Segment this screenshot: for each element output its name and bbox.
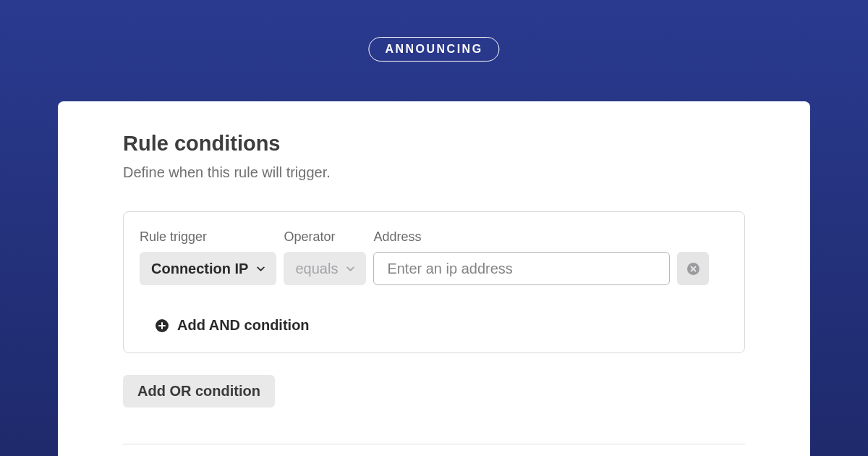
condition-row: Rule trigger Connection IP Operator equa… — [140, 229, 728, 285]
plus-circle-icon — [156, 319, 169, 332]
remove-condition-button[interactable] — [677, 252, 709, 285]
address-field: Address — [373, 229, 670, 285]
add-and-condition-button[interactable]: Add AND condition — [156, 317, 310, 334]
rule-trigger-select[interactable]: Connection IP — [140, 252, 276, 285]
chevron-down-icon — [346, 266, 354, 271]
announcing-badge-text: ANNOUNCING — [385, 43, 482, 55]
close-circle-icon — [687, 263, 699, 275]
add-or-label: Add OR condition — [137, 383, 260, 399]
address-label: Address — [373, 229, 670, 245]
operator-value: equals — [295, 261, 338, 277]
announcing-badge: ANNOUNCING — [368, 37, 499, 62]
divider — [123, 444, 745, 444]
page-subtitle: Define when this rule will trigger. — [123, 164, 745, 181]
address-input[interactable] — [373, 252, 670, 285]
page-title: Rule conditions — [123, 132, 745, 156]
rule-conditions-card: Rule conditions Define when this rule wi… — [58, 101, 810, 456]
rule-trigger-value: Connection IP — [151, 261, 248, 277]
operator-label: Operator — [284, 229, 366, 245]
condition-group: Rule trigger Connection IP Operator equa… — [123, 211, 745, 353]
add-and-label: Add AND condition — [177, 317, 310, 334]
rule-trigger-label: Rule trigger — [140, 229, 276, 245]
operator-select[interactable]: equals — [284, 252, 366, 285]
operator-field: Operator equals — [284, 229, 366, 285]
chevron-down-icon — [257, 266, 265, 271]
add-or-condition-button[interactable]: Add OR condition — [123, 375, 275, 408]
rule-trigger-field: Rule trigger Connection IP — [140, 229, 276, 285]
